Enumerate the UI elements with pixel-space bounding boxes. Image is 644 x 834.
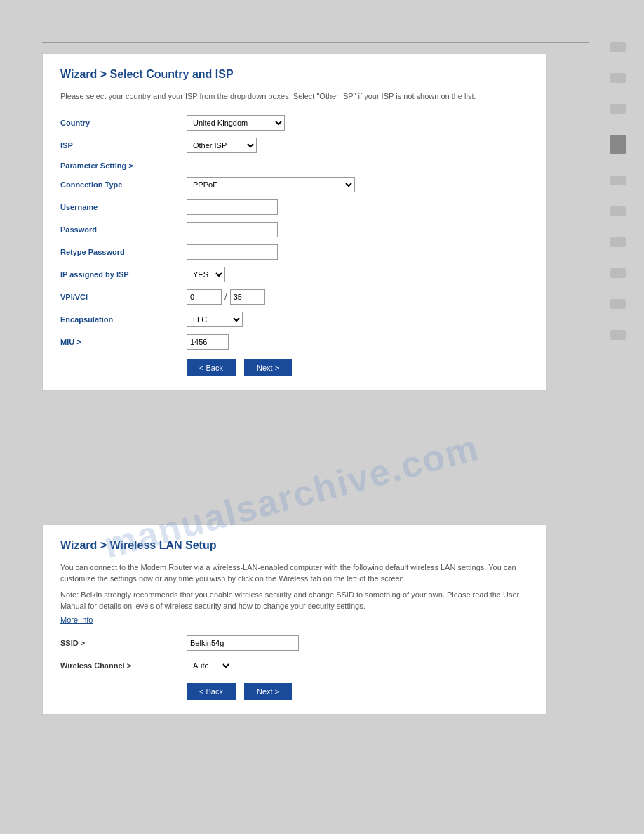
miu-label: MIU > bbox=[60, 338, 187, 346]
sidebar-tab-1[interactable] bbox=[610, 42, 626, 52]
connection-type-row: Connection Type PPPoE PPPoA Static IP Dy… bbox=[60, 177, 529, 192]
panel1-description: Please select your country and your ISP … bbox=[60, 91, 529, 102]
encapsulation-row: Encapsulation LLC VC-Mux bbox=[60, 312, 529, 327]
password-row: Password bbox=[60, 222, 529, 237]
panel1-button-row: < Back Next > bbox=[187, 359, 529, 376]
sidebar-tab-3[interactable] bbox=[610, 104, 626, 114]
miu-row: MIU > bbox=[60, 334, 529, 350]
panel1-next-button[interactable]: Next > bbox=[244, 359, 292, 376]
retype-password-label: Retype Password bbox=[60, 248, 187, 256]
isp-row: ISP Other ISP bbox=[60, 138, 529, 153]
sidebar-tab-8[interactable] bbox=[610, 268, 626, 278]
sidebar-tab-9[interactable] bbox=[610, 299, 626, 309]
right-sidebar bbox=[610, 42, 630, 340]
retype-password-input[interactable] bbox=[187, 244, 278, 260]
sidebar-tab-7[interactable] bbox=[610, 237, 626, 247]
wireless-channel-row: Wireless Channel > Auto 1 2 3 4 5 6 7 8 … bbox=[60, 658, 529, 673]
panel1-title: Wizard > Select Country and ISP bbox=[60, 68, 529, 81]
parameter-setting-header: Parameter Setting > bbox=[60, 161, 529, 170]
panel2-next-button[interactable]: Next > bbox=[244, 683, 292, 700]
connection-type-select[interactable]: PPPoE PPPoA Static IP Dynamic IP Bridge bbox=[187, 177, 355, 192]
panel2-description2: Note: Belkin strongly recommends that yo… bbox=[60, 589, 529, 612]
ip-assigned-label: IP assigned by ISP bbox=[60, 270, 187, 279]
vpi-vci-inputs: / bbox=[187, 289, 265, 305]
password-input[interactable] bbox=[187, 222, 278, 237]
miu-input[interactable] bbox=[187, 334, 229, 350]
username-row: Username bbox=[60, 199, 529, 215]
connection-type-label: Connection Type bbox=[60, 180, 187, 189]
panel-select-country-isp: Wizard > Select Country and ISP Please s… bbox=[42, 53, 547, 391]
vci-input[interactable] bbox=[230, 289, 265, 305]
country-label: Country bbox=[60, 119, 187, 127]
encapsulation-select[interactable]: LLC VC-Mux bbox=[187, 312, 243, 327]
sidebar-tab-4[interactable] bbox=[610, 135, 626, 154]
sidebar-tab-6[interactable] bbox=[610, 206, 626, 216]
username-label: Username bbox=[60, 203, 187, 211]
panel1-back-button[interactable]: < Back bbox=[187, 359, 236, 376]
more-info-link[interactable]: More Info bbox=[60, 616, 93, 624]
country-select[interactable]: United Kingdom Other bbox=[187, 115, 285, 131]
ssid-label: SSID > bbox=[60, 639, 187, 647]
ip-assigned-row: IP assigned by ISP YES NO bbox=[60, 267, 529, 282]
panel2-description1: You can connect to the Modem Router via … bbox=[60, 562, 529, 585]
ssid-input[interactable] bbox=[187, 635, 299, 651]
password-label: Password bbox=[60, 225, 187, 234]
country-row: Country United Kingdom Other bbox=[60, 115, 529, 131]
panel2-back-button[interactable]: < Back bbox=[187, 683, 236, 700]
sidebar-tab-2[interactable] bbox=[610, 73, 626, 83]
vpi-vci-label: VPI/VCI bbox=[60, 293, 187, 301]
ip-assigned-select[interactable]: YES NO bbox=[187, 267, 225, 282]
vpi-vci-row: VPI/VCI / bbox=[60, 289, 529, 305]
wireless-channel-label: Wireless Channel > bbox=[60, 661, 187, 670]
username-input[interactable] bbox=[187, 199, 278, 215]
sidebar-tab-5[interactable] bbox=[610, 176, 626, 185]
isp-label: ISP bbox=[60, 141, 187, 150]
watermark-area: manualsarchive.com bbox=[42, 412, 547, 524]
isp-select[interactable]: Other ISP bbox=[187, 138, 257, 153]
wireless-channel-select[interactable]: Auto 1 2 3 4 5 6 7 8 9 10 11 bbox=[187, 658, 232, 673]
encapsulation-label: Encapsulation bbox=[60, 315, 187, 324]
retype-password-row: Retype Password bbox=[60, 244, 529, 260]
ssid-row: SSID > bbox=[60, 635, 529, 651]
panel2-button-row: < Back Next > bbox=[187, 683, 529, 700]
vpi-vci-slash: / bbox=[224, 291, 227, 302]
top-divider bbox=[42, 42, 589, 43]
vpi-input[interactable] bbox=[187, 289, 222, 305]
sidebar-tab-10[interactable] bbox=[610, 330, 626, 340]
